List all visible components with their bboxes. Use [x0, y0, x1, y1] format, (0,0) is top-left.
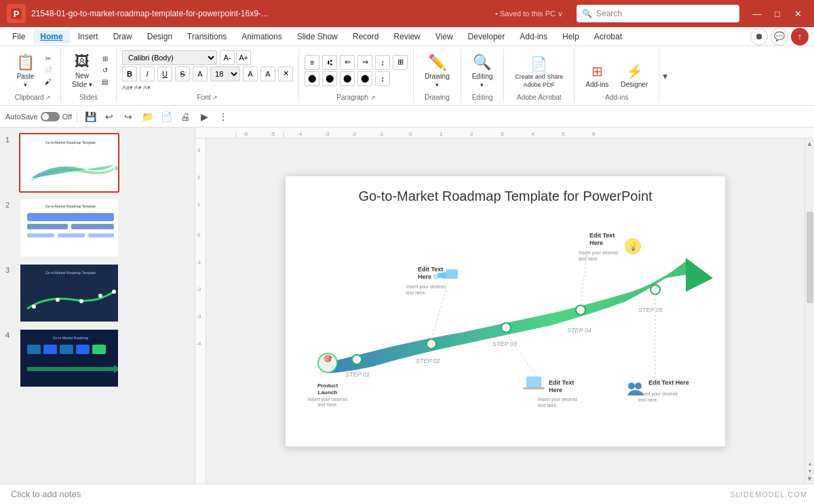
svg-point-92 — [635, 383, 642, 389]
menu-view[interactable]: View — [429, 30, 460, 43]
search-box[interactable]: 🔍 Search — [577, 5, 739, 22]
menu-animations[interactable]: Animations — [235, 30, 288, 43]
print-button[interactable]: 🖨 — [177, 109, 193, 125]
drawing-button[interactable]: ✏️ Drawing ▾ — [419, 50, 455, 91]
menu-review[interactable]: Review — [387, 30, 427, 43]
svg-text:-6: -6 — [243, 131, 248, 137]
save-button[interactable]: 💾 — [82, 109, 98, 125]
svg-text:Here: Here — [549, 387, 562, 393]
reset-button[interactable]: ↺ — [99, 65, 111, 75]
ribbon-more-button[interactable]: ▾ — [659, 49, 670, 102]
notes-placeholder: Click to add notes — [11, 489, 81, 499]
direction-button[interactable]: ↕ — [375, 55, 390, 70]
cut-button[interactable]: ✂ — [41, 54, 55, 64]
font-family-select[interactable]: Calibri (Body) — [122, 50, 217, 65]
menu-slideshow[interactable]: Slide Show — [290, 30, 345, 43]
bold-button[interactable]: B — [122, 66, 137, 81]
present-button[interactable]: ▶ — [196, 109, 212, 125]
svg-text:2: 2 — [197, 174, 201, 180]
new-slide-button[interactable]: 🖼 New Slide ▾ — [66, 50, 98, 91]
font-size-select[interactable]: 18 — [210, 66, 240, 81]
scroll-down-button[interactable]: ▼ — [807, 475, 813, 482]
slide-preview-3: Go-to-Market Roadmap Template — [20, 265, 119, 323]
more-tools-button[interactable]: ⋮ — [215, 109, 231, 125]
columns-button[interactable]: ⊞ — [393, 55, 408, 70]
slide-main[interactable]: Go-to-Market Roadmap Template for PowerP… — [285, 176, 726, 447]
scroll-btn-2[interactable]: ▾ — [809, 468, 811, 474]
menu-acrobat[interactable]: Acrobat — [587, 30, 629, 43]
new-button[interactable]: 📄 — [158, 109, 174, 125]
drawing-content: ✏️ Drawing ▾ — [419, 49, 455, 92]
slide-number-4: 4 — [5, 331, 15, 339]
decrease-font-button[interactable]: A- — [220, 50, 235, 65]
comment-icon-btn[interactable]: 💬 — [771, 28, 788, 45]
slide-thumb-3[interactable]: 3 Go-to-Market Roadmap Template — [5, 263, 189, 323]
menu-design[interactable]: Design — [140, 30, 179, 43]
align-center-button[interactable]: ⬤ — [322, 71, 337, 86]
format-painter-button[interactable]: 🖌 — [41, 77, 55, 87]
slide-image-4[interactable]: Go-to-Market Roadmap — [19, 328, 119, 388]
numbering-button[interactable]: ⑆ — [322, 55, 337, 70]
italic-button[interactable]: I — [140, 66, 155, 81]
menu-draw[interactable]: Draw — [106, 30, 139, 43]
menu-insert[interactable]: Insert — [71, 30, 105, 43]
copy-button[interactable]: 📄 — [41, 65, 55, 75]
text-shadow-button[interactable]: A — [193, 66, 208, 81]
svg-text:STEP 05: STEP 05 — [638, 307, 663, 313]
open-button[interactable]: 📁 — [139, 109, 155, 125]
slide-thumb-4[interactable]: 4 Go-to-Market Roadmap — [5, 328, 189, 388]
menu-transitions[interactable]: Transitions — [180, 30, 233, 43]
autosave-toggle: AutoSave Off — [5, 112, 72, 121]
scroll-thumb[interactable] — [807, 212, 813, 304]
designer-button[interactable]: ⚡ Designer — [615, 50, 653, 91]
bullets-button[interactable]: ≡ — [305, 55, 319, 70]
minimize-button[interactable]: — — [748, 5, 767, 22]
font-size-btn2[interactable]: A — [260, 66, 275, 81]
clear-format-button[interactable]: ✕ — [278, 66, 293, 81]
menu-addins[interactable]: Add-ins — [513, 30, 554, 43]
align-left-button[interactable]: ⬤ — [305, 71, 319, 86]
vertical-scrollbar[interactable]: ▲ ▴ ▾ ▼ — [805, 138, 814, 484]
layout-button[interactable]: ⊞ — [99, 54, 111, 64]
increase-indent-button[interactable]: ⇒ — [357, 55, 372, 70]
close-button[interactable]: ✕ — [788, 5, 807, 22]
slide-image-2[interactable]: Go-to-Market Roadmap Template — [19, 198, 119, 258]
slide-thumb-1[interactable]: 1 Go-to-Market Roadmap Template — [5, 133, 189, 193]
slide-canvas[interactable]: Go-to-Market Roadmap Template for PowerP… — [206, 138, 805, 484]
slide-thumb-2[interactable]: 2 Go-to-Market Roadmap Template — [5, 198, 189, 258]
redo-button[interactable]: ↪ — [120, 109, 136, 125]
svg-text:Insert your desired: Insert your desired — [308, 397, 347, 402]
addins-button[interactable]: ⊞ Add-ins — [580, 50, 614, 91]
decrease-indent-button[interactable]: ⇐ — [340, 55, 355, 70]
font-content: Calibri (Body) A- A+ B I U S A 18 A A ✕ — [122, 49, 293, 92]
record-icon-btn[interactable]: ⏺ — [750, 28, 768, 45]
scroll-btn-1[interactable]: ▴ — [809, 461, 811, 467]
create-share-pdf-button[interactable]: 📄 Create and Share Adobe PDF — [509, 50, 568, 91]
scroll-up-button[interactable]: ▲ — [807, 140, 813, 147]
increase-font-button[interactable]: A+ — [236, 50, 251, 65]
paste-button[interactable]: 📋 Paste ▾ — [11, 50, 40, 91]
section-button[interactable]: ▤ — [99, 77, 111, 87]
menu-home[interactable]: Home — [33, 30, 69, 43]
editing-icon: 🔍 — [473, 54, 491, 71]
roadmap-svg: STEP 01 STEP 02 STEP 03 STEP 04 STEP 05 … — [286, 214, 713, 438]
menu-file[interactable]: File — [5, 30, 32, 43]
menu-record[interactable]: Record — [346, 30, 386, 43]
line-spacing-button[interactable]: ↕ — [375, 71, 390, 86]
undo-button[interactable]: ↩ — [101, 109, 117, 125]
share-icon-btn[interactable]: ↑ — [791, 28, 809, 45]
maximize-button[interactable]: □ — [768, 5, 787, 22]
align-right-button[interactable]: ⬤ — [340, 71, 355, 86]
editing-button[interactable]: 🔍 Editing ▾ — [467, 50, 499, 91]
menu-developer[interactable]: Developer — [461, 30, 512, 43]
notes-bar[interactable]: Click to add notes — [0, 484, 814, 504]
font-color-button[interactable]: A — [243, 66, 258, 81]
slide-image-3[interactable]: Go-to-Market Roadmap Template — [19, 263, 119, 323]
underline-button[interactable]: U — [157, 66, 172, 81]
svg-text:Go-to-Market Roadmap Template: Go-to-Market Roadmap Template — [45, 140, 96, 144]
slide-image-1[interactable]: Go-to-Market Roadmap Template — [19, 133, 119, 193]
menu-help[interactable]: Help — [556, 30, 586, 43]
strikethrough-button[interactable]: S — [175, 66, 190, 81]
justify-button[interactable]: ⬤ — [357, 71, 372, 86]
autosave-switch[interactable] — [41, 112, 60, 121]
